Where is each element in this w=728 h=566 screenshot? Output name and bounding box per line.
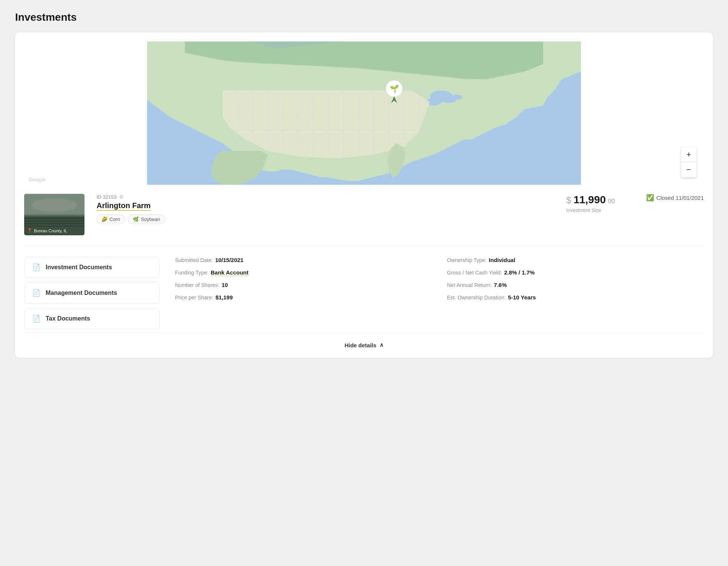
chevron-up-icon: ∧ [379,342,384,348]
yield-row: Gross / Net Cash Yield: 2.8% / 1.7% [447,269,704,276]
farm-details: ID 32153 ⧉ Arlington Farm 🌽 Corn 🌿 Soybe… [97,194,554,224]
farm-id: ID 32153 [97,194,117,200]
corn-icon: 🌽 [101,216,108,222]
farm-name: Arlington Farm [97,201,151,211]
return-row: Net Annual Return: 7.6% [447,282,704,288]
closed-checkmark-icon: ✅ [646,194,654,202]
submitted-date-value: 10/15/2021 [215,257,243,263]
return-value: 7.6% [494,282,507,288]
map-container: 🌱 + − Google [24,41,704,185]
shares-row: Number of Shares: 10 [175,282,432,288]
ownership-value: Individual [489,257,515,263]
zoom-out-button[interactable]: − [681,162,696,177]
document-icon-1: 📄 [32,263,40,271]
duration-label: Est. Ownership Duration: [447,295,506,301]
yield-label: Gross / Net Cash Yield: [447,270,502,276]
farm-image-block: 📍 Bureau County, IL [24,194,84,235]
investment-documents-item[interactable]: 📄 Investment Documents [24,257,160,278]
details-col: Submitted Date: 10/15/2021 Ownership Typ… [175,257,704,329]
page-title: Investments [15,11,713,23]
documents-col: 📄 Investment Documents 📄 Management Docu… [24,257,160,329]
zoom-in-button[interactable]: + [681,147,696,162]
map-zoom-controls: + − [681,147,696,177]
farm-county-label: 📍 Bureau County, IL [27,228,67,233]
farm-id-row: ID 32153 ⧉ [97,194,554,200]
tag-soybean: 🌿 Soybean [128,215,165,224]
investment-amount: $ 11,990 00 [566,194,634,206]
investments-card: 🌱 + − Google [15,32,713,358]
yield-value: 2.8% / 1.7% [504,269,535,276]
submitted-date-row: Submitted Date: 10/15/2021 [175,257,432,263]
svg-point-32 [32,198,77,212]
funding-type-label: Funding Type: [175,270,208,276]
shares-label: Number of Shares: [175,282,220,288]
ownership-type-row: Ownership Type: Individual [447,257,704,263]
dollar-icon: $ [566,195,571,206]
amount-big: 11,990 [573,194,606,206]
doc-label-2: Management Documents [46,290,117,296]
farm-tags: 🌽 Corn 🌿 Soybean [97,215,554,224]
copy-icon[interactable]: ⧉ [120,194,123,200]
google-logo: Google [29,176,46,182]
document-icon-3: 📄 [32,314,40,323]
submitted-date-label: Submitted Date: [175,257,213,263]
ownership-label: Ownership Type: [447,257,487,263]
closed-block: ✅ Closed 11/01/2021 [646,194,704,202]
tax-documents-item[interactable]: 📄 Tax Documents [24,308,160,329]
duration-value: 5-10 Years [508,294,536,301]
funding-type-value: Bank Account [210,269,248,276]
amount-decimal: 00 [608,198,615,205]
pin-icon: 📍 [27,228,32,233]
farm-info-row: 📍 Bureau County, IL ID 32153 ⧉ Arlington… [24,194,704,246]
price-label: Price per Share: [175,295,213,301]
return-label: Net Annual Return: [447,282,491,288]
doc-label-1: Investment Documents [46,264,112,271]
shares-value: 10 [222,282,228,288]
investment-size-block: $ 11,990 00 Investment Size [566,194,634,213]
investment-label: Investment Size [566,207,634,213]
management-documents-item[interactable]: 📄 Management Documents [24,282,160,304]
bottom-section: 📄 Investment Documents 📄 Management Docu… [24,257,704,329]
price-value: $1,199 [215,294,233,301]
doc-label-3: Tax Documents [46,315,90,322]
price-row: Price per Share: $1,199 [175,294,432,301]
closed-label: Closed 11/01/2021 [656,195,704,201]
tag-corn: 🌽 Corn [97,215,125,224]
hide-details-button[interactable]: Hide details ∧ [344,342,383,348]
duration-row: Est. Ownership Duration: 5-10 Years [447,294,704,301]
funding-type-row: Funding Type: Bank Account [175,269,432,276]
document-icon-2: 📄 [32,289,40,297]
map-svg: 🌱 [24,41,704,185]
svg-text:🌱: 🌱 [390,84,399,93]
soybean-icon: 🌿 [133,216,139,222]
svg-point-4 [451,95,462,100]
hide-details-bar: Hide details ∧ [24,332,704,349]
hide-details-label: Hide details [344,342,376,348]
